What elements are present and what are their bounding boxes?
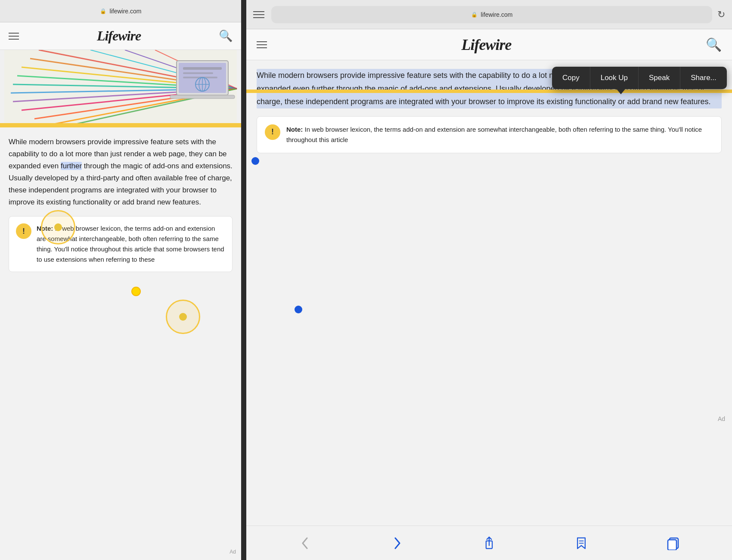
left-handle-mid [131,287,141,296]
left-magnifier-bot [166,300,200,334]
right-address-bar: 🔒 lifewire.com ↻ [246,0,732,29]
rainbow-svg [0,50,241,127]
right-cursor-bottom [295,306,302,313]
right-address-pill[interactable]: 🔒 lifewire.com [271,6,712,23]
context-menu-share[interactable]: Share... [680,67,727,89]
right-panel: 🔒 lifewire.com ↻ Lifewire 🔍 Copy Look Up… [246,0,732,560]
left-article-paragraph: While modern browsers provide impressive… [9,136,233,208]
right-logo: Lifewire [462,36,512,54]
svg-rect-18 [183,67,222,70]
left-nav-bar: Lifewire 🔍 [0,22,241,50]
back-button[interactable] [295,536,316,550]
left-search-icon[interactable]: 🔍 [219,29,233,43]
right-note-bold: Note: [286,126,303,133]
left-magnifier-top [41,210,75,244]
left-ad-label: Ad [230,549,236,555]
right-cursor-top [251,157,259,165]
left-magnifier-inner-bot [179,313,187,321]
right-nav-bar: Lifewire 🔍 [246,29,732,60]
tabs-button[interactable] [662,536,684,550]
svg-rect-19 [183,72,213,74]
context-menu-copy[interactable]: Copy [552,67,590,89]
right-note-content: In web browser lexicon, the terms add-on… [286,126,702,143]
context-menu-arrow [617,89,625,94]
left-hamburger-icon[interactable] [9,33,19,40]
right-note-box: ! Note: In web browser lexicon, the term… [257,116,722,153]
right-warning-icon: ! [265,124,280,140]
bookmarks-button[interactable] [571,536,592,550]
forward-button[interactable] [386,536,408,550]
panel-divider [241,0,246,560]
left-address-bar: 🔒 lifewire.com [0,0,241,22]
context-menu: Copy Look Up Speak Share... [552,67,727,89]
context-menu-lookup[interactable]: Look Up [590,67,639,89]
left-highlight-further: further [61,162,82,170]
right-yellow-bar [246,90,732,93]
left-address-text: lifewire.com [110,8,142,15]
share-button[interactable] [478,536,500,550]
right-search-icon[interactable]: 🔍 [706,37,722,52]
left-logo: Lifewire [97,28,141,44]
right-content: While modern browsers provide impressive… [246,60,732,526]
svg-rect-17 [170,95,235,99]
right-ad-label: Ad [718,415,725,422]
left-image-area [0,50,241,127]
right-lock-icon: 🔒 [471,12,478,18]
left-magnifier-inner [54,223,62,231]
right-hamburger-icon[interactable] [253,11,264,18]
right-nav-hamburger[interactable] [257,41,267,48]
right-note-text: Note: In web browser lexicon, the terms … [286,124,713,145]
svg-rect-30 [668,540,676,550]
context-menu-speak[interactable]: Speak [639,67,680,89]
right-bottom-toolbar [246,526,732,560]
right-address-text: lifewire.com [481,11,513,18]
left-warning-icon: ! [16,223,31,239]
left-content: While modern browsers provide impressive… [0,127,241,560]
left-lock-icon: 🔒 [100,8,106,14]
left-panel: 🔒 lifewire.com Lifewire 🔍 [0,0,241,560]
right-reload-button[interactable]: ↻ [717,9,725,20]
left-yellow-bar [0,123,241,127]
